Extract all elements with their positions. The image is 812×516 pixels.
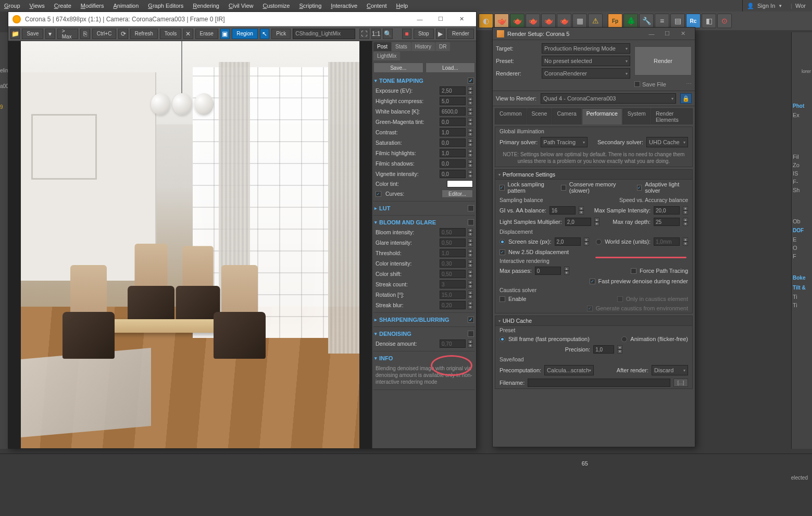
perf-header[interactable]: Performance Settings (495, 170, 692, 180)
uhd-precomp-dropdown[interactable]: Calcula...scratch (544, 365, 594, 375)
teapot-icon-4[interactable]: 🫖 (541, 14, 556, 28)
rs-view-lock-button[interactable]: 🔒 (680, 93, 692, 104)
rs-tab-scene[interactable]: Scene (527, 108, 552, 124)
menu-scripting[interactable]: Scripting (299, 3, 321, 9)
vfb-maximize-button[interactable]: ☐ (430, 12, 451, 27)
fast-denoise-checkbox[interactable] (590, 279, 595, 284)
vfb-stop-icon[interactable]: ■ (402, 29, 411, 39)
tm-spinner-1[interactable]: 5,0 (440, 97, 466, 105)
curves-editor-button[interactable]: Editor... (442, 190, 473, 198)
uhd-browse-button[interactable]: [...] (673, 379, 688, 387)
vfb-loadconf-button[interactable]: Load... (426, 62, 476, 73)
rs-tab-camera[interactable]: Camera (552, 108, 581, 124)
rs-tab-common[interactable]: Common (495, 108, 527, 124)
hdr-lut[interactable]: LUT (373, 204, 475, 213)
menu-create[interactable]: Create (54, 3, 71, 9)
hdr-info[interactable]: INFO (373, 354, 475, 363)
bloom-spinner-7[interactable]: 0,20 (440, 301, 466, 309)
warning-icon[interactable]: ⚠ (588, 14, 603, 28)
color-tint-swatch[interactable] (447, 180, 473, 187)
menu-views[interactable]: Views (30, 3, 45, 9)
hdr-sharpening[interactable]: SHARPENING/BLURRING (373, 315, 475, 324)
menu-animation[interactable]: Animation (113, 3, 139, 9)
vfb-save-button[interactable]: Save (22, 29, 43, 39)
tm-spinner-8[interactable]: 0,0 (440, 170, 466, 178)
tm-spinner-3[interactable]: 0,0 (440, 118, 466, 126)
vfb-tools-button[interactable]: Tools (160, 29, 181, 39)
conserve-mem-checkbox[interactable] (561, 185, 566, 191)
menu-group[interactable]: Group (4, 3, 20, 9)
max-sample-spinner[interactable]: 20,0 (654, 206, 680, 215)
tone-mapping-enable-checkbox[interactable] (468, 78, 474, 84)
rs-maximize-button[interactable]: ☐ (659, 28, 675, 40)
vfb-channel-dropdown[interactable]: CShading_LightMix (293, 29, 355, 39)
rs-savefile-menu[interactable]: ⋯ (686, 81, 692, 87)
vfb-stop-button[interactable]: Stop (414, 29, 434, 39)
fr-boke[interactable]: Boke (793, 274, 811, 282)
hdr-bloom[interactable]: BLOOM AND GLARE (373, 218, 475, 227)
vfb-pick-button[interactable]: Pick (271, 29, 291, 39)
signin-area[interactable]: 👤 Sign In ▼ | Wor (742, 0, 810, 11)
vfb-saveconf-button[interactable]: Save... (373, 62, 423, 73)
target-icon[interactable]: ⊙ (717, 14, 732, 28)
teapot-icon-1[interactable]: 🫖 (494, 14, 509, 28)
vfb-zoom1-icon[interactable]: 1:1 (371, 29, 381, 39)
rs-renderer-dropdown[interactable]: CoronaRenderer (542, 68, 630, 79)
denoise-amount-spinner[interactable]: 0,70 (440, 339, 466, 348)
menu-content[interactable]: Content (367, 3, 387, 9)
menu-graph-editors[interactable]: Graph Editors (148, 3, 183, 9)
vfb-pick-icon[interactable]: ↖ (260, 29, 269, 39)
vfb-copy-icon[interactable]: ⎘ (80, 29, 90, 39)
vfb-zoomin-icon[interactable]: 🔍 (383, 29, 392, 39)
bloom-spinner-1[interactable]: 0,50 (440, 238, 466, 247)
tm-spinner-7[interactable]: 0,0 (440, 159, 466, 168)
hdr-tone-mapping[interactable]: TONE MAPPING (373, 76, 475, 85)
vfb-region-button[interactable]: Region (232, 29, 258, 39)
rs-render-button[interactable]: Render (634, 46, 692, 75)
menu-help[interactable]: Help (396, 3, 408, 9)
layers-icon[interactable]: ▤ (670, 14, 685, 28)
tree-icon[interactable]: 🌲 (623, 14, 638, 28)
rs-preset-dropdown[interactable]: No preset selected (542, 56, 630, 66)
fr-tilt[interactable]: Tilt & (793, 284, 811, 292)
rs-close-button[interactable]: ✕ (675, 28, 691, 40)
lock-sampling-checkbox[interactable] (499, 185, 505, 191)
vfb-tomax-button[interactable]: > Max (57, 29, 79, 39)
bloom-enable-checkbox[interactable] (468, 219, 474, 225)
bloom-spinner-6[interactable]: 15,0 (440, 291, 466, 299)
menu-customize[interactable]: Customize (263, 3, 290, 9)
gi-primary-dropdown[interactable]: Path Tracing (541, 137, 588, 147)
disp-screen-spinner[interactable]: 2,0 (555, 237, 581, 246)
bloom-spinner-4[interactable]: 0,50 (440, 270, 466, 278)
vfb-zoomfit-icon[interactable]: ⛶ (359, 29, 369, 39)
vfb-clear-icon[interactable]: ✕ (183, 29, 193, 39)
tab-dr[interactable]: DR (435, 42, 450, 51)
force-pt-checkbox[interactable] (631, 268, 636, 274)
fr-dof[interactable]: DOF (793, 226, 811, 234)
lut-enable-checkbox[interactable] (468, 205, 474, 211)
teapot-icon-5[interactable]: 🫖 (557, 14, 571, 28)
fr-phot[interactable]: Phot (793, 102, 811, 110)
light-samples-spinner[interactable]: 2,0 (565, 218, 591, 226)
rs-target-dropdown[interactable]: Production Rendering Mode (542, 43, 630, 54)
vfb-refresh-button[interactable]: Refresh (130, 29, 158, 39)
rs-tab-performance[interactable]: Performance (582, 108, 622, 124)
rc-icon[interactable]: Rc (686, 14, 701, 28)
tab-lightmix[interactable]: LightMix (373, 52, 400, 60)
menu-civil-view[interactable]: Civil View (229, 3, 253, 9)
adaptive-light-checkbox[interactable] (637, 185, 642, 191)
rs-tab-render-elements[interactable]: Render Elements (651, 108, 693, 124)
max-passes-spinner[interactable]: 0 (535, 267, 561, 275)
vfb-region-icon[interactable]: ▣ (220, 29, 230, 39)
uhd-anim-radio[interactable] (621, 336, 627, 342)
rs-titlebar[interactable]: Render Setup: Corona 5 — ☐ ✕ (493, 28, 695, 40)
vfb-refresh-icon[interactable]: ⟳ (118, 29, 128, 39)
disp-world-radio[interactable] (596, 239, 602, 245)
tm-spinner-4[interactable]: 1,0 (440, 128, 466, 136)
vfb-ctrlc-button[interactable]: Ctrl+C (92, 29, 117, 39)
uhd-header[interactable]: UHD Cache (495, 316, 692, 326)
fp-icon[interactable]: Fp (608, 14, 622, 28)
sliders-icon[interactable]: ≡ (655, 14, 669, 28)
new-25d-checkbox[interactable] (499, 249, 505, 255)
teapot-icon-2[interactable]: 🫖 (510, 14, 524, 28)
